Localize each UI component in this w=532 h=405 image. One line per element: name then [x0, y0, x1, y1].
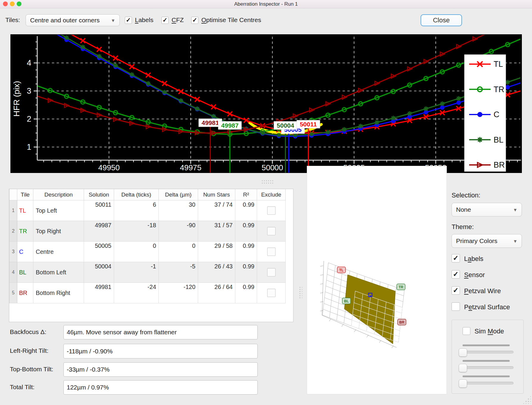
svg-text:49950: 49950 [98, 163, 120, 172]
labels-checkbox[interactable]: ✓ [125, 17, 132, 24]
petzval-surface-checkbox-label: Petzval Surface [464, 303, 510, 311]
theme-dropdown[interactable]: Primary Colors ▼ [452, 234, 522, 248]
delta-ticks-value: 6 [114, 200, 159, 221]
delta-um-value: -5 [159, 262, 198, 283]
tiles-dropdown[interactable]: Centre and outer corners ▼ [26, 14, 120, 26]
r-squared-value: 0.99 [235, 262, 257, 283]
svg-text:3: 3 [27, 86, 31, 95]
theme-dropdown-value: Primary Colors [456, 237, 497, 245]
legend-label-TR: TR [494, 85, 504, 94]
num-stars-value: 31 / 57 [198, 221, 235, 242]
sim-slider-3-thumb[interactable] [459, 379, 467, 388]
sim-slider-1-track[interactable] [459, 351, 514, 353]
close-button[interactable]: Close [421, 14, 462, 26]
table-row-BR[interactable]: 5BRBottom Right49981-24-12026 / 640.99 [10, 283, 286, 303]
tile-code: BL [17, 262, 33, 283]
petzval-surface-checkbox[interactable] [452, 302, 460, 311]
tile-description: Centre [33, 242, 84, 262]
tile-table-grid: TileDescriptionSolutionDelta (ticks)Delt… [9, 189, 286, 303]
exclude-cell [257, 283, 286, 303]
num-stars-value: 26 / 43 [198, 262, 235, 283]
exclude-checkbox[interactable] [267, 206, 276, 215]
tile-code: TL [17, 200, 33, 221]
chevron-down-icon: ▼ [513, 239, 517, 244]
exclude-cell [257, 200, 286, 221]
table-row-C[interactable]: 3CCentre500050029 / 580.99 [10, 242, 286, 262]
labels-checkbox-label: Labels [135, 16, 153, 24]
petzval-wire-checkbox[interactable]: ✓ [452, 286, 460, 295]
delta-um-value: 0 [159, 242, 198, 262]
selection-dropdown[interactable]: None ▼ [452, 203, 522, 217]
delta-um-value: -90 [159, 221, 198, 242]
tile-description: Bottom Left [33, 262, 84, 283]
table-header-Solution: Solution [84, 189, 114, 200]
horizontal-splitter[interactable] [261, 180, 273, 184]
svg-text:49981: 49981 [202, 119, 219, 126]
exclude-cell [257, 262, 286, 283]
r-squared-value: 0.99 [235, 242, 257, 262]
chevron-down-icon: ▼ [111, 18, 115, 23]
vertical-splitter[interactable] [299, 286, 302, 299]
exclude-checkbox[interactable] [267, 227, 276, 235]
selection-dropdown-value: None [456, 206, 471, 213]
tile-description: Bottom Right [33, 283, 84, 303]
tile-code: BR [17, 283, 33, 303]
sensor-checkbox[interactable]: ✓ [452, 270, 460, 279]
sim-slider-2-track[interactable] [459, 366, 514, 369]
labels-3d-checkbox-label: Labels [464, 255, 483, 263]
table-header-Delta (µm): Delta (µm) [159, 189, 198, 200]
delta-um-value: 30 [159, 200, 198, 221]
row-number: 5 [10, 283, 17, 303]
total-tilt-field[interactable]: 122µm / 0.97% [63, 380, 258, 395]
exclude-checkbox[interactable] [267, 248, 276, 256]
delta-ticks-value: -1 [114, 262, 159, 283]
num-stars-value: 26 / 64 [198, 283, 235, 303]
sim-slider-2-ticks [463, 360, 510, 362]
svg-text:BR: BR [399, 320, 405, 324]
tile-code: TR [17, 221, 33, 242]
delta-ticks-value: 0 [114, 242, 159, 262]
svg-text:BL: BL [344, 299, 349, 303]
chevron-down-icon: ▼ [513, 207, 517, 212]
sim-slider-3-track[interactable] [459, 382, 514, 384]
exclude-checkbox[interactable] [267, 289, 276, 297]
resize-grip[interactable] [522, 395, 531, 404]
sim-mode-group: Sim Mode [452, 320, 524, 394]
r-squared-value: 0.99 [235, 221, 257, 242]
sensor-3d-view[interactable]: TLTRBLBR [307, 166, 447, 394]
solution-label-49987: 49987 [218, 121, 242, 129]
legend-label-BR: BR [494, 160, 505, 169]
table-row-TR[interactable]: 2TRTop Right49987-18-9031 / 570.99 [10, 221, 286, 242]
backfocus-field[interactable]: 46µm. Move sensor away from flattener [63, 325, 258, 339]
optimise-tile-centres-checkbox[interactable]: ✓ [191, 17, 198, 24]
solution-value: 50005 [84, 242, 114, 262]
exclude-checkbox[interactable] [267, 268, 276, 276]
top-bottom-tilt-field[interactable]: -33µm / -0.37% [63, 362, 258, 377]
corner-badge-BR: BR [398, 319, 406, 325]
left-right-tilt-field[interactable]: -118µm / -0.90% [63, 344, 258, 358]
sim-slider-1-ticks [463, 344, 510, 346]
corner-badge-TL: TL [337, 267, 346, 273]
hfr-focus-chart[interactable]: 12344995049975500005002550050HFR (pix)50… [10, 34, 522, 173]
exclude-cell [257, 242, 286, 262]
sim-slider-3-ticks [463, 375, 510, 377]
legend-label-C: C [494, 110, 500, 119]
sim-slider-2-thumb[interactable] [459, 364, 467, 372]
svg-text:TR: TR [399, 285, 403, 289]
delta-ticks-value: -18 [114, 221, 159, 242]
table-row-BL[interactable]: 4BLBottom Left50004-1-526 / 430.99 [10, 262, 286, 283]
svg-text:49987: 49987 [221, 122, 239, 129]
labels-3d-checkbox[interactable]: ✓ [452, 254, 460, 262]
sim-mode-checkbox[interactable] [463, 327, 470, 335]
row-number: 4 [10, 262, 17, 283]
table-header-Delta (ticks): Delta (ticks) [114, 189, 159, 200]
svg-text:4: 4 [27, 58, 31, 67]
r-squared-value: 0.99 [235, 200, 257, 221]
cfz-checkbox[interactable]: ✓ [161, 17, 169, 24]
table-row-TL[interactable]: 1TLTop Left5001163037 / 740.99 [10, 200, 286, 221]
sim-slider-1-thumb[interactable] [459, 348, 467, 357]
delta-ticks-value: -24 [114, 283, 159, 303]
tile-code: C [17, 242, 33, 262]
solution-value: 50011 [84, 200, 114, 221]
num-stars-value: 37 / 74 [198, 200, 235, 221]
